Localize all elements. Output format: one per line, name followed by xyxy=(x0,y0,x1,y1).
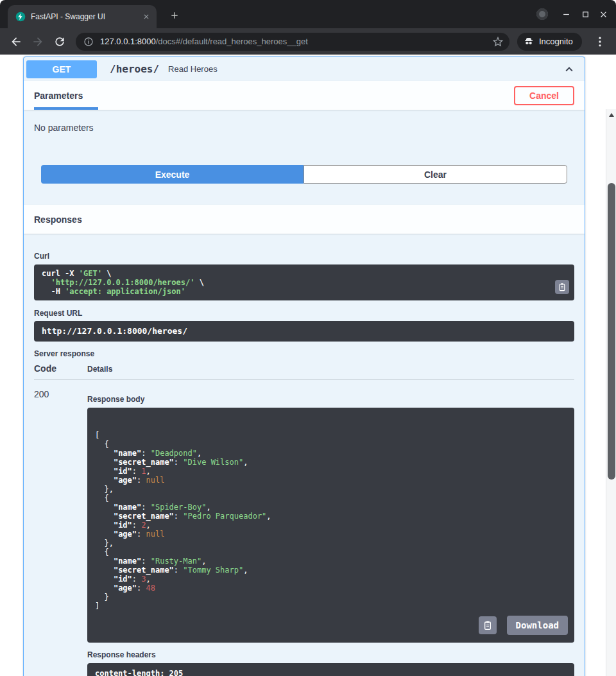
endpoint-path: /heroes/ xyxy=(110,63,159,75)
incognito-label: Incognito xyxy=(539,37,573,46)
new-tab-button[interactable] xyxy=(167,8,182,23)
collapse-button[interactable] xyxy=(561,62,577,77)
cancel-button[interactable]: Cancel xyxy=(514,86,574,105)
browser-titlebar: FastAPI - Swagger UI xyxy=(0,0,616,28)
table-row: 200 Response body [ { "name": "Deadpond"… xyxy=(34,380,574,676)
status-code: 200 xyxy=(34,389,87,399)
site-info-icon[interactable] xyxy=(83,37,94,47)
scroll-thumb[interactable] xyxy=(608,183,615,480)
table-header-row: Code Details xyxy=(34,363,574,380)
url-path: /docs#/default/read_heroes_heroes__get xyxy=(156,37,308,46)
scroll-up-arrow[interactable] xyxy=(609,113,614,117)
browser-toolbar: 127.0.0.1:8000/docs#/default/read_heroes… xyxy=(0,28,616,55)
opblock-get-heroes: GET /heroes/ Read Heroes Parameters Canc… xyxy=(23,56,585,676)
response-body-block: [ { "name": "Deadpond", "secret_name": "… xyxy=(87,408,574,643)
back-button[interactable] xyxy=(5,31,27,53)
code-column-header: Code xyxy=(34,363,87,374)
responses-content: Curl curl -X 'GET' \ 'http://127.0.0.1:8… xyxy=(24,234,585,676)
swagger-page: GET /heroes/ Read Heroes Parameters Canc… xyxy=(0,55,616,676)
incognito-icon xyxy=(523,36,535,48)
execute-row: Execute Clear xyxy=(41,165,567,184)
tab-close-icon[interactable] xyxy=(141,12,151,22)
curl-copy-button[interactable] xyxy=(555,280,569,294)
response-body-controls: Download xyxy=(479,616,568,635)
responses-header: Responses xyxy=(24,205,585,234)
body-copy-button[interactable] xyxy=(479,616,497,634)
minimize-button[interactable] xyxy=(561,9,571,19)
parameters-title: Parameters xyxy=(34,91,83,101)
details-column-header: Details xyxy=(87,365,574,374)
parameters-header: Parameters Cancel xyxy=(24,81,585,110)
request-url-label: Request URL xyxy=(34,309,574,318)
tab-title: FastAPI - Swagger UI xyxy=(31,12,136,21)
no-parameters-text: No parameters xyxy=(24,110,585,133)
response-body-code: [ { "name": "Deadpond", "secret_name": "… xyxy=(95,431,567,611)
responses-title: Responses xyxy=(34,214,82,225)
execute-button[interactable]: Execute xyxy=(41,165,304,184)
download-button[interactable]: Download xyxy=(507,616,568,635)
url-text: 127.0.0.1:8000/docs#/default/read_heroes… xyxy=(100,37,492,46)
back-arrow-icon xyxy=(10,35,22,48)
reload-icon xyxy=(53,35,66,48)
clipboard-icon xyxy=(558,282,567,291)
curl-label: Curl xyxy=(34,252,574,261)
opblock-summary[interactable]: GET /heroes/ Read Heroes xyxy=(24,57,585,81)
reload-button[interactable] xyxy=(49,31,71,53)
incognito-badge: Incognito xyxy=(517,33,582,51)
clear-button[interactable]: Clear xyxy=(304,165,567,184)
url-bar[interactable]: 127.0.0.1:8000/docs#/default/read_heroes… xyxy=(76,33,509,51)
server-response-table: Code Details 200 Response body [ { "name… xyxy=(34,363,574,676)
response-headers-label: Response headers xyxy=(87,650,574,659)
browser-window: FastAPI - Swagger UI xyxy=(0,0,616,676)
scrollbar[interactable] xyxy=(606,109,616,676)
forward-button[interactable] xyxy=(27,31,49,53)
forward-arrow-icon xyxy=(31,35,44,48)
bookmark-star-icon[interactable] xyxy=(492,35,504,48)
curl-code: curl -X 'GET' \ 'http://127.0.0.1:8000/h… xyxy=(34,264,574,300)
chevron-up-icon xyxy=(562,62,576,76)
fastapi-favicon-icon xyxy=(15,12,26,22)
browser-status-icon[interactable] xyxy=(536,8,548,20)
browser-tab[interactable]: FastAPI - Swagger UI xyxy=(8,5,157,28)
endpoint-summary: Read Heroes xyxy=(168,64,218,74)
clipboard-icon xyxy=(483,620,493,630)
menu-button[interactable] xyxy=(589,31,611,53)
url-host: 127.0.0.1:8000 xyxy=(100,37,156,46)
request-url-value: http://127.0.0.1:8000/heroes/ xyxy=(34,321,574,342)
response-headers-code: content-length: 205 content-type: applic… xyxy=(87,663,574,676)
close-button[interactable] xyxy=(598,9,608,19)
three-dots-icon xyxy=(594,35,606,48)
server-response-label: Server response xyxy=(34,349,574,358)
method-badge: GET xyxy=(26,60,97,78)
response-body-label: Response body xyxy=(87,395,574,404)
parameters-tab: Parameters xyxy=(34,81,93,110)
maximize-button[interactable] xyxy=(580,9,590,19)
